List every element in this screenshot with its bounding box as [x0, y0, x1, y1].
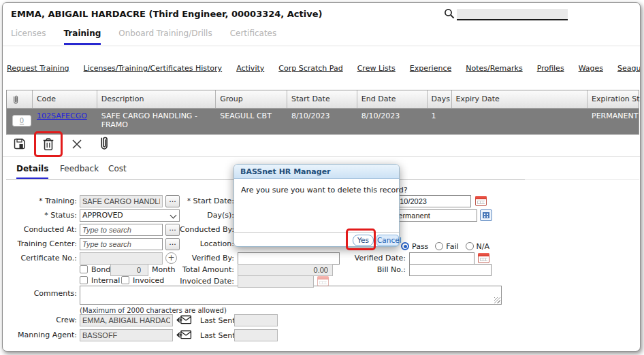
page-title: EMMA, ABIGAIL HARDACRE (Third Engineer, … — [11, 9, 322, 19]
module-tabs: Licenses Training Onboard Training/Drill… — [11, 29, 276, 45]
crew-label: Crew: — [5, 314, 77, 326]
tab-certificates[interactable]: Certificates — [230, 29, 277, 45]
comments-field-wrap — [80, 286, 502, 305]
invoiced-checkbox-label: Invoiced — [133, 276, 164, 286]
quick-links: Request Training Licenses/Training/Certi… — [7, 64, 641, 73]
result-radio-group: PassFailN/A — [401, 239, 496, 252]
internal-checkbox[interactable] — [80, 276, 88, 284]
column-header-start-date[interactable]: Start Date — [287, 90, 357, 108]
save-button[interactable] — [12, 137, 27, 151]
internal-checkbox-label: Internal — [91, 276, 120, 286]
result-pass-radio[interactable] — [401, 242, 409, 250]
invoiced-checkbox[interactable] — [121, 276, 129, 284]
link-corp-scratch-pad[interactable]: Corp Scratch Pad — [278, 64, 342, 73]
column-header-code[interactable]: Code — [33, 90, 97, 108]
link-activity[interactable]: Activity — [236, 64, 264, 73]
search-input[interactable] — [457, 9, 568, 20]
column-header-expiry-date[interactable]: Expiry Date — [452, 90, 587, 108]
send-mail-crew-icon[interactable] — [176, 314, 193, 326]
dialog-title[interactable]: BASSnet HR Manager — [234, 165, 399, 179]
table-header-row: Code Description Group Start Date End Da… — [7, 90, 639, 109]
tab-feedback[interactable]: Feedback — [60, 164, 99, 178]
delete-button[interactable] — [42, 137, 55, 152]
location-label: Location: — [163, 238, 234, 250]
attachment-column-header — [7, 90, 33, 108]
crew-last-sent-label: Last Sent: — [200, 316, 238, 326]
row-description-cell: SAFE CARGO HANDLING - FRAMO — [97, 109, 216, 134]
comments-max-note: (Maximum of 2000 characters are allowed) — [80, 307, 227, 314]
tab-details[interactable]: Details — [16, 164, 48, 180]
agent-last-sent-field — [234, 329, 278, 341]
dialog-message: Are you sure you want to delete this rec… — [241, 186, 408, 195]
bond-checkbox-label: Bond — [91, 265, 110, 275]
comments-field[interactable] — [80, 286, 501, 304]
column-header-expiration-status[interactable]: Expiration Status — [587, 90, 639, 108]
row-attachment-cell: 0 — [7, 109, 33, 134]
row-expiry-date-cell — [452, 109, 587, 134]
manning-agent-label: Manning Agent: — [5, 329, 77, 341]
start-date-label: * Start Date: — [163, 195, 234, 207]
comments-label: Comments: — [5, 288, 77, 300]
link-notes-remarks[interactable]: Notes/Remarks — [466, 64, 522, 73]
result-fail-radio[interactable] — [435, 242, 443, 250]
certificate-no-field — [80, 252, 163, 265]
row-start-date-cell: 8/10/2023 — [287, 109, 357, 134]
search-icon[interactable] — [444, 8, 455, 19]
link-profiles[interactable]: Profiles — [537, 64, 564, 73]
link-experience[interactable]: Experience — [410, 64, 451, 73]
row-code-cell: 102SAFECGO — [33, 109, 97, 134]
tab-training[interactable]: Training — [64, 29, 101, 45]
record-code-link[interactable]: 102SAFECGO — [37, 112, 87, 120]
expiry-calendar-picker-icon[interactable] — [480, 209, 492, 221]
cancel-button[interactable]: Cancel — [376, 235, 399, 246]
crew-field — [80, 314, 173, 326]
yes-button[interactable]: Yes — [353, 235, 374, 246]
status-label: * Status: — [5, 209, 77, 222]
link-request-training[interactable]: Request Training — [7, 64, 69, 73]
end-date-field[interactable] — [391, 195, 471, 207]
conducted-at-field[interactable] — [80, 224, 163, 236]
bond-checkbox[interactable] — [80, 265, 88, 273]
link-seagull-lookup[interactable]: Seagull Lookup — [617, 64, 641, 73]
training-center-field[interactable] — [80, 238, 163, 250]
bill-no-label: Bill No.: — [334, 264, 406, 276]
app-window: EMMA, ABIGAIL HARDACRE (Third Engineer, … — [2, 2, 641, 352]
attachment-button[interactable] — [97, 135, 110, 152]
row-days-cell: 1 — [428, 109, 452, 134]
column-header-days[interactable]: Days — [428, 90, 452, 108]
training-records-table: Code Description Group Start Date End Da… — [6, 90, 639, 135]
tab-licenses[interactable]: Licenses — [11, 29, 46, 45]
manning-agent-field — [80, 329, 173, 341]
result-fail-label: Fail — [446, 242, 458, 251]
link-history[interactable]: Licenses/Training/Certificates History — [84, 64, 223, 73]
bill-no-field[interactable] — [409, 264, 492, 276]
table-row[interactable]: 0 102SAFECGO SAFE CARGO HANDLING - FRAMO… — [7, 109, 639, 134]
link-crew-lists[interactable]: Crew Lists — [357, 64, 396, 73]
end-date-calendar-icon[interactable] — [475, 196, 487, 206]
crew-last-sent-field — [234, 314, 278, 326]
attachment-count-button[interactable]: 0 — [12, 115, 31, 126]
expiry-date-field[interactable] — [391, 209, 477, 222]
resize-handle[interactable] — [494, 297, 500, 303]
verified-date-field[interactable] — [409, 252, 474, 265]
bond-months-field — [110, 264, 148, 276]
send-mail-agent-icon[interactable] — [176, 328, 193, 341]
tab-cost[interactable]: Cost — [108, 164, 127, 178]
verified-date-label: Verified Date: — [334, 252, 406, 265]
column-header-group[interactable]: Group — [216, 90, 287, 108]
column-header-description[interactable]: Description — [97, 90, 216, 108]
link-wages[interactable]: Wages — [579, 64, 603, 73]
conducted-by-label: Conducted By: — [163, 224, 234, 236]
cancel-edit-button[interactable] — [71, 138, 83, 150]
result-na-radio[interactable] — [466, 242, 474, 250]
result-pass-label: Pass — [412, 242, 428, 251]
invoiced-date-field — [238, 275, 314, 288]
paperclip-icon — [11, 95, 20, 105]
verified-by-field[interactable] — [238, 252, 340, 265]
days-label: Day(s): — [163, 209, 234, 222]
column-header-end-date[interactable]: End Date — [357, 90, 428, 108]
verified-date-calendar-icon[interactable] — [478, 253, 489, 263]
detail-tabs-divider-light — [525, 179, 639, 180]
tab-onboard-training-drills[interactable]: Onboard Training/Drills — [118, 29, 212, 45]
certificate-no-label: Certificate No.: — [5, 252, 77, 265]
